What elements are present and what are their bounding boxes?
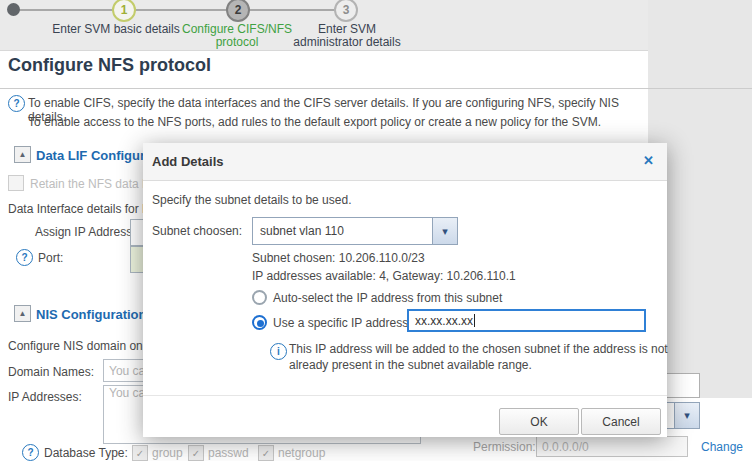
wizard-step-1-label: Enter SVM basic details	[36, 23, 196, 36]
specific-ip-input-value: xx.xx.xx.xx	[415, 314, 473, 328]
cancel-button[interactable]: Cancel	[581, 408, 661, 435]
title-divider	[0, 88, 752, 89]
permission-label: Permission:	[473, 440, 536, 454]
group-checkbox[interactable]: ✓	[132, 445, 148, 461]
chevron-down-icon[interactable]: ▾	[674, 403, 699, 428]
dialog-footer-divider	[143, 395, 667, 396]
domain-names-label: Domain Names:	[8, 365, 94, 379]
page-help-line-2: To enable access to the NFS ports, add r…	[28, 115, 653, 129]
port-label: Port:	[38, 251, 63, 265]
auto-select-radio-label: Auto-select the IP address from this sub…	[273, 291, 502, 305]
help-icon: ?	[8, 95, 25, 112]
ip-addresses-label: IP Addresses:	[8, 390, 82, 404]
passwd-checkbox[interactable]: ✓	[188, 445, 204, 461]
dialog-intro-text: Specify the subnet details to be used.	[152, 193, 351, 207]
specific-ip-radio[interactable]	[252, 315, 267, 330]
nis-collapse-button[interactable]: ▲	[14, 305, 31, 322]
netgroup-checkbox[interactable]: ✓	[258, 445, 274, 461]
text-caret	[474, 314, 475, 327]
ip-available-text: IP addresses available: 4, Gateway: 10.2…	[252, 269, 516, 283]
change-link[interactable]: Change	[701, 440, 743, 454]
ok-button[interactable]: OK	[499, 408, 579, 435]
data-lif-collapse-button[interactable]: ▲	[14, 146, 31, 163]
port-help-icon: ?	[16, 249, 33, 266]
specific-ip-input[interactable]: xx.xx.xx.xx	[407, 309, 646, 332]
close-icon[interactable]: ✕	[643, 153, 654, 168]
netgroup-checkbox-label: netgroup	[278, 446, 325, 460]
assign-ip-label: Assign IP Address:	[35, 225, 136, 239]
ip-note-text: This IP address will be added to the cho…	[289, 341, 689, 373]
subnet-chosen-label: Subnet choosen:	[152, 224, 242, 238]
retain-nfs-checkbox[interactable]	[8, 175, 24, 191]
wizard-step-2-label: Configure CIFS/NFS protocol	[181, 23, 293, 49]
permission-input	[536, 436, 688, 457]
chevron-down-icon[interactable]: ▾	[432, 218, 457, 244]
wizard-connector-line	[14, 9, 346, 11]
database-type-help-icon: ?	[22, 444, 39, 461]
wizard-step-3-label: Enter SVM administrator details	[282, 23, 412, 49]
group-checkbox-label: group	[152, 446, 183, 460]
svm-setup-wizard: 1 2 3 Enter SVM basic details Configure …	[0, 0, 752, 461]
subnet-dropdown[interactable]: subnet vlan 110 ▾	[252, 217, 458, 245]
subnet-chosen-text: Subnet chosen: 10.206.110.0/23	[252, 251, 425, 265]
database-type-label: Database Type:	[44, 446, 128, 460]
add-details-dialog: Add Details ✕ Specify the subnet details…	[143, 143, 667, 437]
subnet-dropdown-value: subnet vlan 110	[260, 224, 344, 238]
dialog-title: Add Details	[152, 154, 224, 169]
dialog-header: Add Details ✕	[143, 143, 667, 181]
auto-select-radio[interactable]	[252, 290, 267, 305]
specific-ip-radio-label: Use a specific IP address:	[273, 316, 412, 330]
info-icon: i	[270, 343, 287, 360]
wizard-start-dot	[7, 3, 20, 16]
passwd-checkbox-label: passwd	[208, 446, 249, 460]
page-title: Configure NFS protocol	[8, 55, 211, 76]
